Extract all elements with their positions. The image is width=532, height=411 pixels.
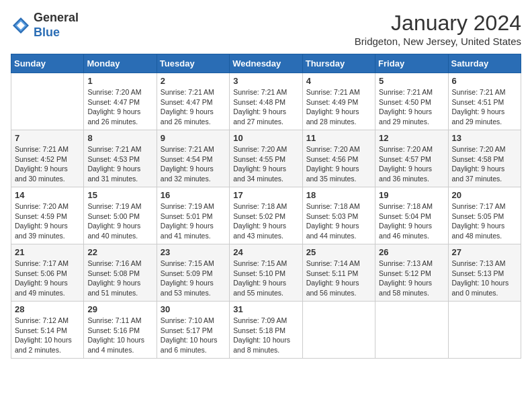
day-number: 17 <box>233 190 298 200</box>
day-info: Sunrise: 7:21 AMSunset: 4:53 PMDaylight:… <box>87 144 152 184</box>
day-info: Sunrise: 7:12 AMSunset: 5:14 PMDaylight:… <box>15 316 80 355</box>
day-info: Sunrise: 7:21 AMSunset: 4:47 PMDaylight:… <box>161 87 226 127</box>
calendar-cell: 11Sunrise: 7:20 AMSunset: 4:56 PMDayligh… <box>302 130 375 187</box>
location-subtitle: Bridgeton, New Jersey, United States <box>355 36 521 47</box>
day-info: Sunrise: 7:21 AMSunset: 4:50 PMDaylight:… <box>379 87 444 127</box>
calendar-week-row: 21Sunrise: 7:17 AMSunset: 5:06 PMDayligh… <box>11 244 521 302</box>
calendar-week-row: 14Sunrise: 7:20 AMSunset: 4:59 PMDayligh… <box>11 187 521 244</box>
logo-icon <box>11 15 31 36</box>
column-header-friday: Friday <box>375 54 448 73</box>
day-info: Sunrise: 7:19 AMSunset: 5:01 PMDaylight:… <box>161 201 226 241</box>
title-block: January 2024 Bridgeton, New Jersey, Unit… <box>355 11 521 47</box>
column-header-tuesday: Tuesday <box>157 54 229 73</box>
day-info: Sunrise: 7:11 AMSunset: 5:16 PMDaylight:… <box>87 316 152 355</box>
page-header: General Blue January 2024 Bridgeton, New… <box>11 11 521 47</box>
day-number: 1 <box>87 76 152 86</box>
calendar-cell: 15Sunrise: 7:19 AMSunset: 5:00 PMDayligh… <box>84 187 157 244</box>
calendar-cell <box>375 302 448 359</box>
day-number: 15 <box>87 190 152 200</box>
day-info: Sunrise: 7:13 AMSunset: 5:12 PMDaylight:… <box>379 259 444 298</box>
column-header-sunday: Sunday <box>11 54 84 73</box>
day-info: Sunrise: 7:10 AMSunset: 5:17 PMDaylight:… <box>161 316 226 355</box>
calendar-cell: 6Sunrise: 7:21 AMSunset: 4:51 PMDaylight… <box>448 73 521 130</box>
day-info: Sunrise: 7:21 AMSunset: 4:48 PMDaylight:… <box>233 87 298 127</box>
day-info: Sunrise: 7:21 AMSunset: 4:54 PMDaylight:… <box>161 144 226 184</box>
day-number: 29 <box>87 304 152 314</box>
day-number: 16 <box>161 190 226 200</box>
day-number: 24 <box>233 247 298 257</box>
day-info: Sunrise: 7:20 AMSunset: 4:58 PMDaylight:… <box>452 144 517 184</box>
calendar-cell: 28Sunrise: 7:12 AMSunset: 5:14 PMDayligh… <box>11 302 84 359</box>
calendar-cell: 1Sunrise: 7:20 AMSunset: 4:47 PMDaylight… <box>84 73 157 130</box>
calendar-cell: 2Sunrise: 7:21 AMSunset: 4:47 PMDaylight… <box>157 73 229 130</box>
column-header-saturday: Saturday <box>448 54 521 73</box>
day-number: 9 <box>161 133 226 143</box>
calendar-cell: 22Sunrise: 7:16 AMSunset: 5:08 PMDayligh… <box>84 244 157 302</box>
calendar-cell: 12Sunrise: 7:20 AMSunset: 4:57 PMDayligh… <box>375 130 448 187</box>
day-info: Sunrise: 7:13 AMSunset: 5:13 PMDaylight:… <box>452 259 517 298</box>
day-number: 6 <box>452 76 517 86</box>
day-number: 8 <box>87 133 152 143</box>
calendar-cell: 8Sunrise: 7:21 AMSunset: 4:53 PMDaylight… <box>84 130 157 187</box>
day-number: 31 <box>233 304 298 314</box>
day-number: 22 <box>87 247 152 257</box>
calendar-cell <box>11 73 84 130</box>
day-number: 23 <box>161 247 226 257</box>
calendar-cell: 4Sunrise: 7:21 AMSunset: 4:49 PMDaylight… <box>302 73 375 130</box>
calendar-cell: 25Sunrise: 7:14 AMSunset: 5:11 PMDayligh… <box>302 244 375 302</box>
column-header-wednesday: Wednesday <box>230 54 302 73</box>
day-info: Sunrise: 7:17 AMSunset: 5:05 PMDaylight:… <box>452 201 517 241</box>
calendar-week-row: 28Sunrise: 7:12 AMSunset: 5:14 PMDayligh… <box>11 302 521 359</box>
day-number: 25 <box>306 247 371 257</box>
logo-blue-text: Blue <box>34 26 79 40</box>
day-number: 19 <box>379 190 444 200</box>
day-info: Sunrise: 7:18 AMSunset: 5:04 PMDaylight:… <box>379 201 444 241</box>
calendar-cell: 21Sunrise: 7:17 AMSunset: 5:06 PMDayligh… <box>11 244 84 302</box>
calendar-cell: 31Sunrise: 7:09 AMSunset: 5:18 PMDayligh… <box>230 302 302 359</box>
calendar-cell: 7Sunrise: 7:21 AMSunset: 4:52 PMDaylight… <box>11 130 84 187</box>
calendar-cell: 13Sunrise: 7:20 AMSunset: 4:58 PMDayligh… <box>448 130 521 187</box>
calendar-cell: 3Sunrise: 7:21 AMSunset: 4:48 PMDaylight… <box>230 73 302 130</box>
day-number: 7 <box>15 133 80 143</box>
day-info: Sunrise: 7:20 AMSunset: 4:57 PMDaylight:… <box>379 144 444 184</box>
logo-general-text: General <box>34 11 79 26</box>
column-header-thursday: Thursday <box>302 54 375 73</box>
day-number: 28 <box>15 304 80 314</box>
calendar-cell <box>448 302 521 359</box>
day-number: 12 <box>379 133 444 143</box>
day-number: 14 <box>15 190 80 200</box>
calendar-cell: 24Sunrise: 7:15 AMSunset: 5:10 PMDayligh… <box>230 244 302 302</box>
month-title: January 2024 <box>355 11 521 36</box>
day-number: 18 <box>306 190 371 200</box>
calendar-cell: 17Sunrise: 7:18 AMSunset: 5:02 PMDayligh… <box>230 187 302 244</box>
day-info: Sunrise: 7:21 AMSunset: 4:51 PMDaylight:… <box>452 87 517 127</box>
column-header-monday: Monday <box>84 54 157 73</box>
day-number: 13 <box>452 133 517 143</box>
calendar-table: SundayMondayTuesdayWednesdayThursdayFrid… <box>11 54 521 359</box>
calendar-cell: 9Sunrise: 7:21 AMSunset: 4:54 PMDaylight… <box>157 130 229 187</box>
day-info: Sunrise: 7:15 AMSunset: 5:10 PMDaylight:… <box>233 259 298 298</box>
calendar-cell: 29Sunrise: 7:11 AMSunset: 5:16 PMDayligh… <box>84 302 157 359</box>
day-number: 3 <box>233 76 298 86</box>
day-info: Sunrise: 7:15 AMSunset: 5:09 PMDaylight:… <box>161 259 226 298</box>
calendar-cell: 10Sunrise: 7:20 AMSunset: 4:55 PMDayligh… <box>230 130 302 187</box>
day-info: Sunrise: 7:09 AMSunset: 5:18 PMDaylight:… <box>233 316 298 355</box>
calendar-week-row: 1Sunrise: 7:20 AMSunset: 4:47 PMDaylight… <box>11 73 521 130</box>
calendar-cell: 30Sunrise: 7:10 AMSunset: 5:17 PMDayligh… <box>157 302 229 359</box>
day-info: Sunrise: 7:20 AMSunset: 4:47 PMDaylight:… <box>87 87 152 127</box>
day-info: Sunrise: 7:18 AMSunset: 5:03 PMDaylight:… <box>306 201 371 241</box>
day-number: 4 <box>306 76 371 86</box>
day-info: Sunrise: 7:21 AMSunset: 4:52 PMDaylight:… <box>15 144 80 184</box>
day-number: 30 <box>161 304 226 314</box>
calendar-cell: 5Sunrise: 7:21 AMSunset: 4:50 PMDaylight… <box>375 73 448 130</box>
day-info: Sunrise: 7:14 AMSunset: 5:11 PMDaylight:… <box>306 259 371 298</box>
day-info: Sunrise: 7:20 AMSunset: 4:56 PMDaylight:… <box>306 144 371 184</box>
day-info: Sunrise: 7:16 AMSunset: 5:08 PMDaylight:… <box>87 259 152 298</box>
calendar-cell <box>302 302 375 359</box>
day-number: 26 <box>379 247 444 257</box>
calendar-week-row: 7Sunrise: 7:21 AMSunset: 4:52 PMDaylight… <box>11 130 521 187</box>
calendar-header-row: SundayMondayTuesdayWednesdayThursdayFrid… <box>11 54 521 73</box>
calendar-cell: 19Sunrise: 7:18 AMSunset: 5:04 PMDayligh… <box>375 187 448 244</box>
calendar-cell: 27Sunrise: 7:13 AMSunset: 5:13 PMDayligh… <box>448 244 521 302</box>
day-info: Sunrise: 7:20 AMSunset: 4:55 PMDaylight:… <box>233 144 298 184</box>
